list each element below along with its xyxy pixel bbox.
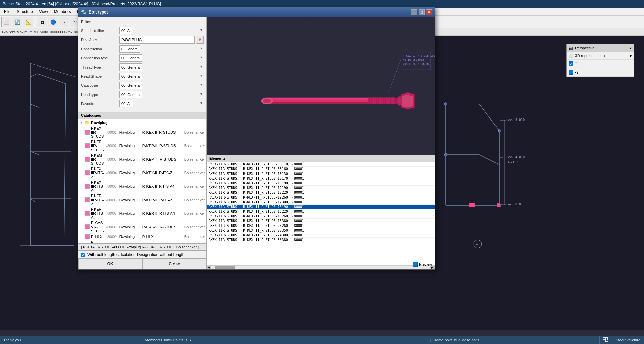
- item-category: Bolzenanker: [184, 157, 205, 161]
- filter-clear-button[interactable]: 🔻: [196, 36, 204, 44]
- item-brand: Rawlplug: [119, 184, 140, 188]
- elements-list[interactable]: RKEX-IIR-STUDS : R-KEX-II_R-STUDS-08110,…: [207, 162, 435, 265]
- dialog-title-text: Bolt-types: [89, 10, 109, 15]
- item-category: Bolzenanker: [184, 171, 205, 175]
- catalog-item[interactable]: RKEX-IIR-ITS-A4 -80005 Rawlplug R-KEX-II…: [78, 180, 206, 193]
- elements-row[interactable]: RKEX-IIR-STUDS : R-KEX-II_R-STUDS-12220,…: [207, 190, 435, 195]
- thread-type-select[interactable]: 00: General: [119, 63, 142, 71]
- menu-file[interactable]: File: [1, 9, 13, 15]
- menu-structure[interactable]: Structure: [14, 9, 36, 15]
- item-name: R-CAS-VR-STUDS: [91, 221, 105, 233]
- catalog-item[interactable]: RKEX-IIR-ITS-Z -80004 Rawlplug R-KEX-II_…: [78, 166, 206, 180]
- catalog-item[interactable]: RKEM-IIR-STUDS -80003 Rawlplug R-KEM-II_…: [78, 153, 206, 166]
- perspective-panel: 📷 Perspective ▾ ⬜ 3D representation ▾ ✓ …: [566, 44, 634, 77]
- toolbar-btn-1[interactable]: ⬜: [1, 17, 11, 27]
- right-panel: R-KEX-II_R-STUDS-16190 Rawlplug NUT16 IS…: [207, 17, 435, 269]
- svg-text:Lev. 0.0: Lev. 0.0: [506, 203, 521, 206]
- connection-type-row: Connection type 00: General: [81, 54, 204, 62]
- item-model: R-KEX-II_R-ITS-Z: [142, 171, 183, 175]
- svg-text:WASHER16 (ISO7089): WASHER16 (ISO7089): [403, 63, 432, 66]
- elements-row[interactable]: RKEX-IIR-STUDS : R-KEX-II_R-STUDS-08110,…: [207, 162, 435, 167]
- elements-row[interactable]: RKEX-IIR-STUDS : R-KEX-II_R-STUDS-30380,…: [207, 238, 435, 242]
- item-icon: [85, 197, 90, 202]
- elements-row[interactable]: RKEX-IIR-STUDS : R-KEX-II_R-STUDS-24300,…: [207, 233, 435, 238]
- toolbar-btn-3[interactable]: 📐: [23, 17, 33, 27]
- scroll-left-arrow[interactable]: ◀: [207, 266, 211, 270]
- checkbox-2[interactable]: ✓: [569, 70, 573, 75]
- close-button-footer[interactable]: Close: [142, 259, 207, 269]
- maximize-button[interactable]: □: [419, 9, 425, 15]
- tree-root[interactable]: ▼ 📁 Rawlplug: [78, 119, 206, 126]
- close-button[interactable]: ✕: [426, 9, 432, 15]
- elements-row[interactable]: RKEX-IIR-STUDS : R-KEX-II_R-STUDS-16380,…: [207, 219, 435, 223]
- elements-row[interactable]: RKEX-IIR-STUDS : R-KEX-II_R-STUDS-16220,…: [207, 209, 435, 214]
- dialog-controls: ─ □ ✕: [411, 9, 432, 15]
- elements-scrollbar[interactable]: ◀ ▶: [207, 265, 435, 269]
- menu-view[interactable]: View: [36, 9, 51, 15]
- des-filter-input[interactable]: [119, 36, 195, 44]
- preview-checkbox[interactable]: ✓: [413, 262, 418, 267]
- svg-text:R-KEX-II_R-STUDS-16190 Rawlplu: R-KEX-II_R-STUDS-16190 Rawlplug: [403, 54, 435, 57]
- item-model: R-KEX-II_R-STUDS: [142, 130, 183, 134]
- elements-row[interactable]: RKEX-IIR-STUDS : R-KEX-II_R-STUDS-20350,…: [207, 228, 435, 233]
- catalog-item[interactable]: RKER-IIR-ITS-Z -80006 Rawlplug R-KER-II_…: [78, 193, 206, 207]
- ok-button[interactable]: OK: [78, 259, 142, 269]
- svg-rect-35: [469, 204, 471, 206]
- item-icon: [85, 184, 90, 189]
- elements-row[interactable]: RKEX-IIR-STUDS : R-KEX-II_R-STUDS-16260,…: [207, 214, 435, 219]
- elements-row[interactable]: RKEX-IIR-STUDS : R-KEX-II_R-STUDS-10170,…: [207, 176, 435, 181]
- dialog-body: Filter Standard filter 00: All Des.-filt…: [78, 17, 435, 269]
- toolbar-btn-5[interactable]: 🔵: [48, 17, 58, 27]
- item-num: -80005: [106, 185, 117, 188]
- minimize-button[interactable]: ─: [411, 9, 417, 15]
- 3d-viewport: R-KEX-II_R-STUDS-16190 Rawlplug NUT16 IS…: [207, 17, 435, 155]
- svg-point-61: [263, 99, 271, 103]
- dialog-icon: 🔩: [81, 9, 87, 15]
- 3d-rep-dropdown[interactable]: ▾: [630, 54, 632, 58]
- catalogues-tree[interactable]: ▼ 📁 Rawlplug RKEX-IIR-STUDS -80001 Rawlp…: [78, 119, 206, 243]
- status-text: [ RKEX-IIR-STUDS-80001 Rawlplug R-KEX-II…: [81, 245, 199, 249]
- catalogue-select[interactable]: 00: General: [119, 82, 142, 89]
- head-type-select[interactable]: 00: General: [119, 91, 142, 98]
- perspective-dropdown[interactable]: ▾: [630, 46, 632, 50]
- menu-members[interactable]: Members: [51, 9, 74, 15]
- elements-row[interactable]: RKEX-IIR-STUDS : R-KEX-II_R-STUDS-08160,…: [207, 167, 435, 171]
- connection-type-select[interactable]: 00: General: [119, 54, 142, 62]
- toolbar-sep-1: [35, 17, 35, 27]
- elements-row[interactable]: RKEX-IIR-STUDS : R-KEX-II_R-STUDS-20260,…: [207, 223, 435, 228]
- item-model: R-KEX-II_R-ITS-A4: [142, 184, 183, 188]
- dialog-titlebar: 🔩 Bolt-types ─ □ ✕: [78, 7, 435, 17]
- catalog-item[interactable]: R-CAS-VR-STUDS -80008 Rawlplug R-CAS-V_R…: [78, 220, 206, 234]
- elements-row[interactable]: RKEX-IIR-STUDS : R-KEX-II_R-STUDS-10190,…: [207, 181, 435, 186]
- catalog-item[interactable]: R-HLX -80009 Rawlplug R-HLX Bolzenanker: [78, 234, 206, 240]
- catalog-item[interactable]: RKER-IIR-ITS-A4 -80007 Rawlplug R-KER-II…: [78, 207, 206, 220]
- tree-expand-arrow: ▼: [80, 121, 83, 124]
- elements-row[interactable]: RKEX-IIR-STUDS : R-KEX-II_R-STUDS-10130,…: [207, 171, 435, 176]
- item-model: R-KEM-II_R-STUDS: [142, 157, 183, 161]
- standard-filter-wrapper: 00: All: [119, 27, 204, 34]
- elements-row[interactable]: RKEX-IIR-STUDS : R-KEX-II_R-STUDS-12190,…: [207, 186, 435, 190]
- bolt-types-dialog: 🔩 Bolt-types ─ □ ✕ Filter Standard filte…: [78, 7, 435, 270]
- catalog-item[interactable]: RKER-IIR-STUDS -80002 Rawlplug R-KER-II_…: [78, 139, 206, 153]
- checkbox-1[interactable]: ✓: [569, 61, 573, 66]
- item-model: R-CAS-V_R-STUDS: [142, 225, 183, 229]
- catalog-item[interactable]: RKEX-IIR-STUDS -80001 Rawlplug R-KEX-II_…: [78, 126, 206, 139]
- item-name: RKER-IIR-ITS-Z: [91, 194, 105, 206]
- bolt-length-checkbox[interactable]: [81, 253, 85, 257]
- head-shape-select[interactable]: 00: General: [119, 73, 142, 80]
- elements-row[interactable]: RKEX-IIR-STUDS : R-KEX-II_R-STUDS-12260,…: [207, 195, 435, 200]
- toolbar-btn-6[interactable]: →: [59, 17, 69, 27]
- left-panel: Filter Standard filter 00: All Des.-filt…: [78, 17, 207, 269]
- elements-row[interactable]: RKEX-IIR-STUDS : R-KEX-II_R-STUDS-12300,…: [207, 200, 435, 205]
- construction-select[interactable]: 0: General: [119, 45, 140, 53]
- toolbar-btn-2[interactable]: 🔄: [12, 17, 22, 27]
- elements-row[interactable]: RKEX-IIR-STUDS : R-KEX-II_R-STUDS-16190,…: [207, 205, 435, 209]
- standard-filter-select[interactable]: 00: All: [119, 27, 133, 34]
- head-type-wrapper: 00: General: [119, 91, 204, 98]
- toolbar-btn-4[interactable]: ▦: [37, 17, 47, 27]
- favorites-select[interactable]: 00: All: [119, 100, 133, 107]
- item-model: R-KER-II_R-ITS-A4: [142, 211, 183, 215]
- catalog-item[interactable]: R-HPTIII-A -80010 Rawlplug R-HPTIII-A4 B…: [78, 240, 206, 243]
- scrollbar-thumb[interactable]: [215, 266, 235, 269]
- dropdown-arrow[interactable]: ▾: [190, 338, 191, 342]
